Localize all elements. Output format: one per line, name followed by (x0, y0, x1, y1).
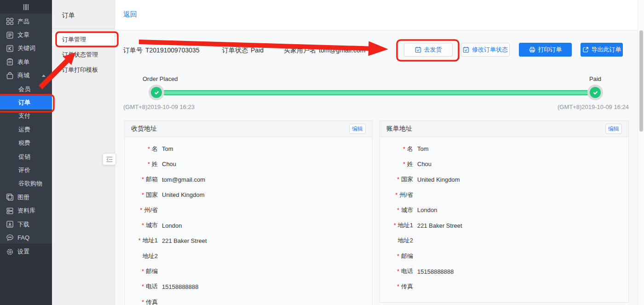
field-row: *地址2 (380, 233, 628, 248)
sidebar-item-tax[interactable]: 税费 (0, 137, 52, 150)
album-icon (6, 193, 14, 201)
field-row: *电话15158888888 (380, 264, 628, 279)
calendar-check-icon (463, 46, 469, 53)
timeline-timestamp: (GMT+8)2019-10-09 16:23 (123, 104, 195, 110)
secondary-sidebar: 订单 订单管理 订单状态管理 订单打印模板 (52, 0, 115, 305)
shopping-bag-icon (6, 72, 14, 80)
required-marker: * (395, 191, 397, 198)
field-row: *邮编 (125, 264, 372, 279)
keyword-icon (6, 45, 14, 52)
sidebar-toggle-icon (23, 4, 29, 10)
billing-address-panel: 账单地址 编辑 *名Tom *姓Chou *国家United Kingdom *… (380, 121, 629, 303)
sidebar-item-label: 文章 (17, 31, 29, 39)
timeline-timestamp: (GMT+8)2019-10-09 16:24 (558, 104, 629, 110)
sidebar-item-library[interactable]: 资料库 (0, 204, 52, 217)
sidebar-item-shipping-fee[interactable]: 运费 (0, 123, 52, 136)
article-icon (6, 31, 14, 39)
field-row: *名Tom (380, 141, 628, 156)
panel-body: *名Tom *姓Chou *邮箱tom@gmail.com *国家United … (125, 137, 372, 305)
edit-shipping-address-button[interactable]: 编辑 (349, 124, 366, 134)
library-icon (6, 207, 14, 215)
sidebar-item-products[interactable]: 产品 (0, 15, 52, 28)
required-marker: * (403, 161, 405, 167)
timeline-step-label: Paid (589, 75, 601, 82)
sidebar-item-members[interactable]: 会员 (0, 82, 52, 96)
sidebar-item-label: 图册 (17, 193, 29, 201)
required-marker: * (403, 145, 405, 152)
panel-title: 账单地址 (386, 125, 412, 133)
edit-billing-address-button[interactable]: 编辑 (605, 124, 622, 134)
required-marker: * (140, 207, 142, 213)
required-marker: * (138, 237, 141, 244)
ship-order-button[interactable]: 去发货 (404, 43, 453, 57)
indent-menu-icon (106, 156, 113, 162)
sidebar-item-label: 资料库 (17, 207, 35, 215)
grid-icon (6, 17, 14, 25)
field-row: *姓Chou (380, 156, 628, 172)
required-marker: * (142, 299, 144, 305)
sidebar-item-reviews[interactable]: 评价 (0, 163, 52, 177)
sidebar-item-payment[interactable]: 支付 (0, 109, 52, 123)
timeline-progress-line (162, 90, 590, 95)
sidebar-item-albums[interactable]: 图册 (0, 190, 52, 204)
sidebar-item-mall[interactable]: 商城 (0, 69, 52, 82)
back-link[interactable]: 返回 (123, 10, 137, 19)
required-marker: * (394, 222, 396, 229)
primary-sidebar: 产品 文章 关键词 表单 商城 会员 订单 支付 运费 税费 促销 评价 谷歌购… (0, 0, 52, 305)
form-icon (6, 58, 14, 66)
submenu-item-order-print-template[interactable]: 订单打印模板 (52, 63, 115, 76)
sidebar-item-forms[interactable]: 表单 (0, 55, 52, 69)
required-marker: * (397, 176, 399, 183)
field-row: *地址2 (125, 248, 372, 264)
sidebar-item-downloads[interactable]: 下载 (0, 218, 52, 231)
export-order-button[interactable]: 导出此订单 (581, 43, 623, 57)
buyer-value: tom@gmail.com (319, 46, 365, 54)
sidebar-item-keywords[interactable]: 关键词 (0, 42, 52, 55)
sidebar-item-faq[interactable]: FAQ (0, 231, 52, 244)
submenu-divider (52, 29, 115, 29)
shipping-address-panel: 收货地址 编辑 *名Tom *姓Chou *邮箱tom@gmail.com *国… (124, 121, 373, 305)
order-status-value: Paid (251, 46, 264, 54)
sidebar-item-google-shopping[interactable]: 谷歌购物 (0, 177, 52, 190)
download-icon (6, 220, 14, 228)
sidebar-item-label: 产品 (17, 17, 29, 26)
field-row: *城市London (125, 218, 372, 233)
modify-order-status-button[interactable]: 修改订单状态 (461, 43, 510, 57)
vertical-scrollbar-track (638, 0, 644, 305)
sidebar-item-orders[interactable]: 订单 (0, 96, 52, 109)
field-row: *名Tom (125, 141, 372, 156)
field-row: *城市London (380, 202, 628, 218)
sidebar-header[interactable] (0, 0, 52, 14)
order-status: 订单状态Paid (222, 46, 264, 55)
submenu-item-order-status-management[interactable]: 订单状态管理 (52, 48, 115, 61)
check-icon (154, 90, 160, 96)
field-row: *邮箱tom@gmail.com (125, 172, 372, 187)
sidebar-item-settings[interactable]: 设置 (0, 245, 52, 259)
required-marker: * (397, 268, 399, 275)
required-marker: * (142, 283, 144, 290)
field-row: *地址1221 Baker Street (125, 233, 372, 248)
order-status-label: 订单状态 (222, 46, 248, 54)
submenu-item-order-management[interactable]: 订单管理 (52, 33, 115, 46)
required-marker: * (397, 283, 399, 290)
buyer-label: 买家用户名 (284, 46, 316, 54)
required-marker: * (397, 253, 399, 259)
field-row: *姓Chou (125, 156, 372, 172)
field-row: *传真 (125, 294, 372, 305)
required-marker: * (142, 191, 144, 198)
sidebar-item-promotion[interactable]: 促销 (0, 150, 52, 163)
vertical-scrollbar-thumb[interactable] (639, 30, 643, 132)
sidebar-item-articles[interactable]: 文章 (0, 28, 52, 41)
submenu-title: 订单 (62, 12, 75, 20)
sidebar-item-label: 设置 (17, 247, 29, 256)
sidebar-item-label: 下载 (17, 220, 29, 229)
submenu-collapse-button[interactable] (103, 153, 116, 165)
sidebar-bottom-section: 设置 (0, 244, 52, 305)
print-order-button[interactable]: 打印订单 (519, 43, 572, 57)
printer-icon (529, 46, 535, 53)
field-row: *地址1221 Baker Street (380, 218, 628, 233)
sidebar-item-label: 商城 (17, 71, 29, 80)
field-row: *国家United Kingdom (125, 187, 372, 202)
sidebar-item-label: 关键词 (17, 44, 35, 52)
required-marker: * (142, 222, 144, 229)
